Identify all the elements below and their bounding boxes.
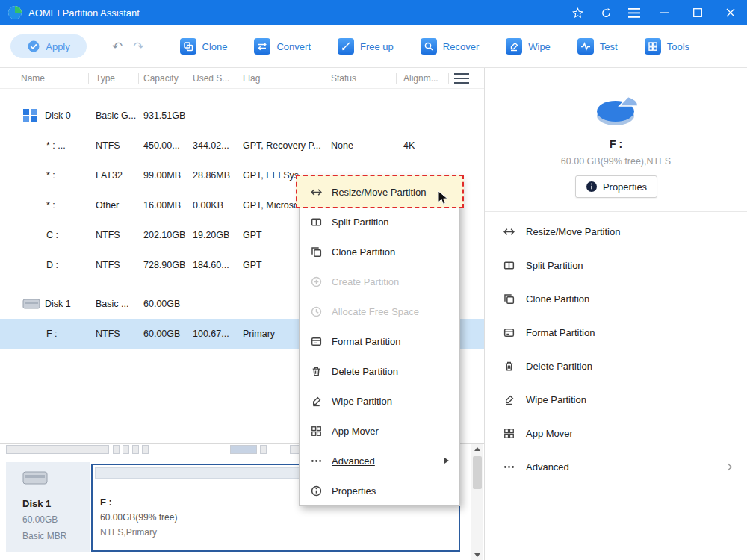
menu-item-label: Wipe Partition — [332, 396, 392, 407]
right-panel: F : 60.00 GB(99% free),NTFS Properties R… — [484, 68, 747, 560]
disk-type: Basic MBR — [22, 531, 66, 541]
maximize-button[interactable] — [681, 0, 714, 25]
app-logo-icon — [7, 5, 22, 20]
partition-name: F : — [46, 319, 58, 349]
wipe-toolbar-icon — [506, 38, 522, 55]
disk-segment[interactable] — [230, 445, 257, 454]
list-view-icon[interactable] — [454, 73, 469, 86]
partition-name: F : — [100, 497, 112, 508]
menu-item-format-partition[interactable]: Format Partition — [300, 326, 459, 356]
partition-type: FAT32 — [96, 161, 123, 190]
refresh-icon[interactable] — [592, 0, 620, 25]
partition-capacity: 728.90GB — [143, 250, 185, 280]
column-status[interactable]: Status — [331, 68, 356, 89]
info-icon — [586, 181, 598, 193]
action-wipe-partition[interactable]: Wipe Partition — [485, 383, 747, 417]
undo-icon[interactable]: ↶ — [112, 39, 123, 55]
tools-toolbar-icon — [645, 38, 661, 55]
menu-item-delete-partition[interactable]: Delete Partition — [300, 356, 459, 386]
recover-toolbar-icon — [421, 38, 437, 55]
action-delete-partition[interactable]: Delete Partition — [485, 349, 747, 383]
menu-item-resize-move-partition[interactable]: Resize/Move Partition — [300, 177, 459, 207]
action-clone-partition[interactable]: Clone Partition — [485, 282, 747, 316]
toolbar-button-wipe[interactable]: Wipe — [506, 38, 551, 55]
app-window: AOMEI Partition Assistant — [0, 0, 747, 560]
disk-segment[interactable] — [6, 445, 109, 454]
action-split-partition[interactable]: Split Partition — [485, 249, 747, 282]
column-alignment[interactable]: Alignm... — [403, 68, 438, 89]
disk-segment[interactable] — [113, 445, 120, 454]
scroll-up-button[interactable] — [471, 444, 483, 455]
partition-type: Other — [96, 190, 119, 220]
menu-item-label: Format Partition — [332, 336, 400, 347]
favorite-star-icon[interactable] — [563, 0, 592, 25]
partition-status: None — [331, 131, 353, 161]
disk-segment[interactable] — [123, 445, 129, 454]
table-row-partition[interactable]: * : ... NTFS 450.00... 344.02... GPT, Re… — [0, 131, 484, 161]
menu-item-create-partition-disabled: Create Partition — [300, 267, 459, 296]
toolbar-button-convert[interactable]: Convert — [254, 38, 311, 55]
column-name[interactable]: Name — [21, 68, 45, 89]
menu-item-properties[interactable]: Properties — [300, 476, 459, 505]
disk-icon — [22, 468, 48, 488]
partition-capacity: 99.00MB — [143, 161, 181, 190]
info-icon — [310, 485, 323, 497]
column-used[interactable]: Used S... — [193, 68, 229, 89]
clone-icon — [310, 246, 323, 258]
scrollbar-thumb[interactable] — [473, 456, 482, 489]
menu-item-label: Properties — [332, 485, 376, 497]
partition-name: * : — [46, 161, 55, 190]
partition-used: 100.67... — [193, 319, 229, 349]
action-advanced[interactable]: Advanced — [485, 450, 747, 484]
menu-item-clone-partition[interactable]: Clone Partition — [300, 237, 459, 267]
column-type[interactable]: Type — [96, 68, 115, 89]
properties-button[interactable]: Properties — [575, 175, 657, 198]
disk-segment[interactable] — [260, 445, 267, 454]
menu-hamburger-icon[interactable] — [620, 0, 648, 25]
disk1-summary-block[interactable]: Disk 1 60.00GB Basic MBR — [6, 462, 90, 552]
menu-item-label: Split Partition — [332, 217, 389, 228]
apply-check-icon — [27, 40, 40, 53]
close-button[interactable] — [714, 0, 747, 25]
partition-alignment: 4K — [403, 131, 415, 161]
menu-item-label: App Mover — [332, 426, 379, 437]
toolbar-button-test[interactable]: Test — [577, 38, 618, 55]
partition-flag: GPT — [243, 250, 262, 280]
clone-toolbar-icon — [180, 38, 196, 55]
table-row-disk0[interactable]: Disk 0 Basic G... 931.51GB — [0, 101, 484, 131]
action-app-mover[interactable]: App Mover — [485, 417, 747, 450]
partition-used: 19.20GB — [193, 220, 229, 250]
split-icon — [503, 259, 515, 272]
menu-item-advanced[interactable]: Advanced — [300, 446, 459, 476]
create-partition-icon — [310, 276, 323, 288]
toolbar-button-clone[interactable]: Clone — [180, 38, 228, 55]
column-capacity[interactable]: Capacity — [143, 68, 179, 89]
toolbar-label: Free up — [360, 41, 394, 52]
vertical-scrollbar[interactable] — [471, 444, 483, 560]
toolbar-button-recover[interactable]: Recover — [421, 38, 479, 55]
split-icon — [310, 216, 323, 228]
format-icon — [503, 326, 515, 339]
action-label: Advanced — [526, 461, 569, 473]
scroll-down-button[interactable] — [471, 550, 483, 560]
partition-capacity: 202.10GB — [143, 220, 185, 250]
toolbar-button-freeup[interactable]: Free up — [338, 38, 394, 55]
disk-segment[interactable] — [142, 445, 149, 454]
partition-flag: GPT, Recovery P... — [243, 131, 321, 161]
disk-segment[interactable] — [132, 445, 139, 454]
column-flag[interactable]: Flag — [243, 68, 260, 89]
toolbar-button-tools[interactable]: Tools — [645, 38, 689, 55]
menu-item-app-mover[interactable]: App Mover — [300, 416, 459, 446]
partition-capacity: 450.00... — [143, 131, 180, 161]
action-resize-move-partition[interactable]: Resize/Move Partition — [485, 215, 747, 249]
advanced-dots-icon — [310, 455, 323, 467]
apply-button[interactable]: Apply — [10, 34, 87, 58]
menu-item-wipe-partition[interactable]: Wipe Partition — [300, 386, 459, 416]
action-format-partition[interactable]: Format Partition — [485, 316, 747, 349]
action-label: Split Partition — [526, 260, 583, 271]
menu-item-split-partition[interactable]: Split Partition — [300, 207, 459, 237]
redo-icon[interactable]: ↷ — [133, 39, 143, 55]
menu-item-label: Advanced — [332, 455, 375, 467]
minimize-button[interactable] — [648, 0, 681, 25]
partition-used: 344.02... — [193, 131, 229, 161]
